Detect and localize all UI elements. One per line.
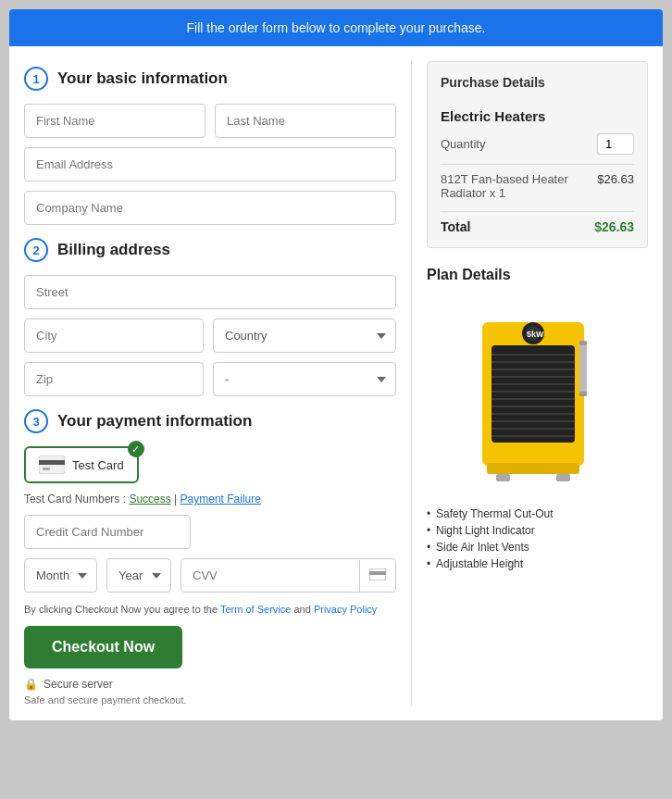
svg-rect-25	[487, 463, 579, 474]
privacy-link[interactable]: Privacy Policy	[314, 604, 377, 615]
section2-number: 2	[24, 238, 48, 262]
purchase-details-box: Purchase Details Electric Heaters Quanti…	[427, 61, 648, 248]
terms-link[interactable]: Term of Service	[220, 604, 291, 615]
card-label: Test Card	[72, 458, 124, 472]
item-row: 812T Fan-based Heater Radiator x 1 $26.6…	[441, 164, 634, 207]
month-year-cvv-row: Month Year	[24, 558, 396, 593]
section3-header: 3 Your payment information	[24, 409, 396, 433]
plan-details: Plan Details	[427, 267, 648, 572]
company-row	[24, 191, 396, 225]
feature-3: Side Air Inlet Vents	[427, 539, 648, 556]
separator: |	[174, 493, 177, 506]
street-row	[24, 275, 396, 309]
svg-rect-4	[369, 571, 386, 575]
feature-1: Safety Thermal Cut-Out	[427, 506, 648, 522]
cc-number-row	[24, 515, 396, 549]
secure-text: 🔒 Secure server	[24, 678, 396, 691]
svg-rect-26	[496, 474, 510, 481]
feature-2: Night Light Indicator	[427, 522, 648, 539]
section2-header: 2 Billing address	[24, 238, 396, 262]
card-check-icon: ✓	[128, 441, 144, 457]
section3-number: 3	[24, 409, 48, 433]
and-text: and	[293, 604, 310, 615]
name-row	[24, 104, 396, 138]
main-content: 1 Your basic information 2 Billing addre…	[9, 46, 663, 720]
item-price: $26.63	[597, 172, 634, 186]
section3-title: Your payment information	[57, 412, 252, 431]
section1-number: 1	[24, 67, 48, 91]
banner-text: Fill the order form below to complete yo…	[187, 20, 486, 35]
section1-header: 1 Your basic information	[24, 67, 396, 91]
heater-svg: 5kW	[464, 294, 612, 489]
svg-rect-22	[579, 341, 587, 396]
city-country-row: Country	[24, 318, 396, 353]
section1-title: Your basic information	[57, 69, 228, 88]
card-option[interactable]: ✓ Test Card	[24, 446, 139, 483]
cvv-wrapper	[180, 558, 396, 593]
product-name: Electric Heaters	[441, 108, 634, 124]
month-select[interactable]: Month	[24, 558, 97, 593]
features-list: Safety Thermal Cut-Out Night Light Indic…	[427, 506, 648, 572]
city-input[interactable]	[24, 318, 204, 353]
state-select[interactable]: -	[213, 362, 396, 396]
card-icon	[39, 456, 65, 474]
quantity-label: Quantity	[441, 137, 485, 151]
failure-link[interactable]: Payment Failure	[180, 493, 261, 506]
left-panel: 1 Your basic information 2 Billing addre…	[24, 61, 412, 705]
payment-section: 3 Your payment information ✓ Test Card T…	[24, 409, 396, 705]
section2-title: Billing address	[57, 241, 170, 259]
top-banner: Fill the order form below to complete yo…	[9, 9, 663, 46]
zip-state-row: -	[24, 362, 396, 396]
email-row	[24, 147, 396, 181]
svg-rect-27	[556, 474, 570, 481]
first-name-input[interactable]	[24, 104, 205, 138]
cc-number-input[interactable]	[24, 515, 191, 549]
product-image: 5kW	[427, 294, 648, 493]
total-label: Total	[441, 219, 470, 234]
company-input[interactable]	[24, 191, 396, 225]
quantity-input[interactable]	[597, 133, 634, 155]
secure-label: Secure server	[44, 678, 113, 691]
item-name: 812T Fan-based Heater Radiator x 1	[441, 172, 597, 200]
svg-rect-23	[579, 341, 587, 345]
zip-input[interactable]	[24, 362, 204, 396]
purchase-details-title: Purchase Details	[441, 75, 634, 97]
last-name-input[interactable]	[215, 104, 396, 138]
plan-details-title: Plan Details	[427, 267, 648, 283]
terms-prefix: By clicking Checkout Now you agree to th…	[24, 604, 218, 615]
terms-text: By clicking Checkout Now you agree to th…	[24, 604, 396, 615]
total-price: $26.63	[594, 219, 634, 234]
cvv-card-icon	[359, 560, 395, 592]
page-wrapper: Fill the order form below to complete yo…	[9, 9, 663, 720]
test-card-label: Test Card Numbers :	[24, 493, 126, 506]
safe-text: Safe and secure payment checkout.	[24, 694, 396, 705]
svg-text:5kW: 5kW	[527, 330, 544, 339]
country-select[interactable]: Country	[213, 318, 396, 353]
svg-rect-24	[579, 392, 587, 396]
lock-icon: 🔒	[24, 678, 38, 691]
year-select[interactable]: Year	[106, 558, 171, 593]
right-panel: Purchase Details Electric Heaters Quanti…	[412, 61, 648, 705]
street-input[interactable]	[24, 275, 396, 309]
test-card-info: Test Card Numbers : Success | Payment Fa…	[24, 493, 396, 506]
quantity-row: Quantity	[441, 133, 634, 155]
cvv-input[interactable]	[181, 559, 359, 592]
checkout-button[interactable]: Checkout Now	[24, 626, 182, 668]
email-input[interactable]	[24, 147, 396, 181]
svg-rect-1	[39, 460, 65, 465]
feature-4: Adjustable Height	[427, 556, 648, 572]
success-link[interactable]: Success	[129, 493, 170, 506]
total-row: Total $26.63	[441, 211, 634, 234]
svg-rect-2	[43, 468, 50, 470]
